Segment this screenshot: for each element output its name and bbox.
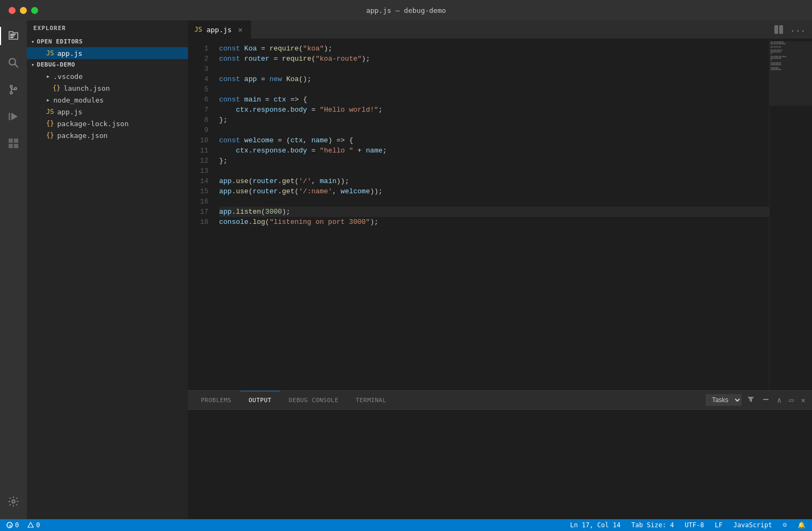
status-encoding[interactable]: UTF-8	[683, 519, 706, 531]
close-panel-icon[interactable]: ✕	[799, 395, 808, 405]
maximize-button[interactable]	[31, 7, 38, 14]
split-editor-icon[interactable]	[772, 23, 786, 39]
tab-close-button[interactable]: ✕	[236, 25, 244, 34]
json-file-icon3: {}	[46, 132, 54, 139]
status-bell[interactable]: 🔔	[795, 519, 808, 531]
panel-tab-actions: Tasks ∧ ▭ ✕	[706, 394, 808, 406]
more-actions-icon[interactable]: ···	[788, 24, 808, 38]
status-language[interactable]: JavaScript	[731, 519, 774, 531]
code-line-3	[219, 64, 769, 74]
position-text: Ln 17, Col 14	[570, 521, 621, 529]
activity-explorer[interactable]	[0, 23, 27, 49]
tab-bar-actions: ···	[772, 23, 812, 39]
folder-icon: ▸	[46, 72, 50, 80]
svg-text:⊗: ⊗	[9, 523, 12, 528]
bottom-panel: PROBLEMS OUTPUT DEBUG CONSOLE TERMINAL T…	[188, 390, 812, 519]
js-file-icon2: JS	[46, 108, 54, 115]
svg-rect-0	[10, 34, 16, 35]
open-editor-app-js-label: app.js	[57, 49, 82, 57]
sidebar-header: EXPLORER	[27, 20, 188, 36]
line-numbers: 12345 678910 1112131415 161718	[188, 39, 215, 390]
activity-extensions[interactable]	[0, 130, 27, 157]
svg-rect-16	[774, 25, 778, 34]
main-layout: EXPLORER ▾ OPEN EDITORS JS app.js ▾ DEBU…	[0, 20, 812, 519]
open-editors-section[interactable]: ▾ OPEN EDITORS	[27, 36, 188, 47]
svg-rect-17	[779, 25, 783, 34]
js-file-icon: JS	[46, 49, 54, 57]
folder-node-modules-label: node_modules	[53, 96, 104, 104]
code-line-4: const app = new Koa();	[219, 74, 769, 84]
status-bar: ⊗ 0 0 Ln 17, Col 14 Tab Size: 4 UTF-8 LF…	[0, 519, 812, 531]
svg-point-6	[10, 92, 12, 94]
folder-node-modules[interactable]: ▸ node_modules	[27, 94, 188, 106]
svg-marker-21	[28, 522, 33, 527]
file-package-lock-json[interactable]: {} package-lock.json	[27, 118, 188, 129]
code-line-17: app.listen(3000);	[219, 207, 769, 217]
tab-app-js[interactable]: JS app.js ✕	[188, 20, 251, 39]
debug-demo-arrow: ▾	[31, 62, 35, 68]
file-package-lock-json-label: package-lock.json	[57, 120, 128, 128]
error-icon: ⊗	[6, 522, 13, 528]
file-package-json[interactable]: {} package.json	[27, 129, 188, 141]
open-editor-app-js[interactable]: JS app.js	[27, 47, 188, 59]
status-smiley[interactable]: ☺	[781, 519, 789, 531]
line-ending-text: LF	[715, 521, 722, 529]
status-warnings[interactable]: 0	[25, 519, 42, 531]
clear-icon[interactable]	[760, 395, 772, 406]
status-tab-size[interactable]: Tab Size: 4	[629, 519, 676, 531]
activity-search[interactable]	[0, 49, 27, 76]
code-line-9	[219, 125, 769, 135]
error-count: 0	[15, 521, 19, 529]
tab-problems[interactable]: PROBLEMS	[192, 391, 240, 410]
tab-output[interactable]: OUTPUT	[240, 391, 280, 410]
code-line-11: ctx.response.body = "hello " + name;	[219, 146, 769, 156]
window-controls	[9, 7, 38, 14]
code-line-6: const main = ctx => {	[219, 94, 769, 105]
status-right: Ln 17, Col 14 Tab Size: 4 UTF-8 LF JavaS…	[568, 519, 808, 531]
bell-icon: 🔔	[798, 521, 806, 529]
svg-marker-9	[11, 113, 18, 120]
tab-terminal[interactable]: TERMINAL	[347, 391, 395, 410]
code-content[interactable]: const Koa = require("koa"); const router…	[215, 39, 769, 390]
files-icon	[7, 30, 20, 42]
activity-settings[interactable]	[0, 488, 27, 515]
code-editor[interactable]: 12345 678910 1112131415 161718 const Koa…	[188, 39, 812, 390]
file-launch-json[interactable]: {} launch.json	[27, 82, 188, 94]
code-line-8: };	[219, 115, 769, 125]
title-bar: app.js — debug-demo	[0, 0, 812, 20]
tasks-dropdown[interactable]: Tasks	[706, 394, 742, 406]
file-app-js[interactable]: JS app.js	[27, 106, 188, 118]
gear-icon	[8, 496, 19, 507]
tab-js-icon: JS	[194, 26, 202, 33]
code-line-16	[219, 197, 769, 207]
language-text: JavaScript	[734, 521, 772, 529]
editor-area: JS app.js ✕ ··· 12345 678910 1112131415	[188, 20, 812, 519]
filter-icon[interactable]	[745, 395, 757, 406]
panel-content	[188, 410, 812, 519]
folder-vscode[interactable]: ▸ .vscode	[27, 70, 188, 82]
activity-debug[interactable]	[0, 103, 27, 130]
maximize-panel-icon[interactable]: ▭	[787, 395, 795, 405]
activity-source-control[interactable]	[0, 76, 27, 103]
close-button[interactable]	[9, 7, 16, 14]
code-line-1: const Koa = require("koa");	[219, 43, 769, 54]
collapse-icon[interactable]: ∧	[775, 395, 784, 405]
open-editors-arrow: ▾	[31, 39, 35, 45]
status-errors[interactable]: ⊗ 0	[4, 519, 21, 531]
svg-rect-10	[9, 113, 10, 120]
code-line-18: console.log("listening on port 3000");	[219, 217, 769, 227]
minimize-button[interactable]	[20, 7, 27, 14]
code-line-12: };	[219, 156, 769, 166]
encoding-text: UTF-8	[685, 521, 704, 529]
debug-demo-section[interactable]: ▾ DEBUG-DEMO	[27, 59, 188, 70]
status-left: ⊗ 0 0	[4, 519, 42, 531]
code-line-14: app.use(router.get('/', main));	[219, 176, 769, 186]
svg-point-15	[12, 500, 15, 503]
status-line-ending[interactable]: LF	[713, 519, 724, 531]
svg-rect-1	[10, 35, 15, 37]
file-package-json-label: package.json	[57, 132, 107, 140]
debug-demo-label: DEBUG-DEMO	[37, 61, 75, 68]
extensions-icon	[7, 137, 20, 150]
tab-debug-console[interactable]: DEBUG CONSOLE	[280, 391, 347, 410]
status-position[interactable]: Ln 17, Col 14	[568, 519, 623, 531]
